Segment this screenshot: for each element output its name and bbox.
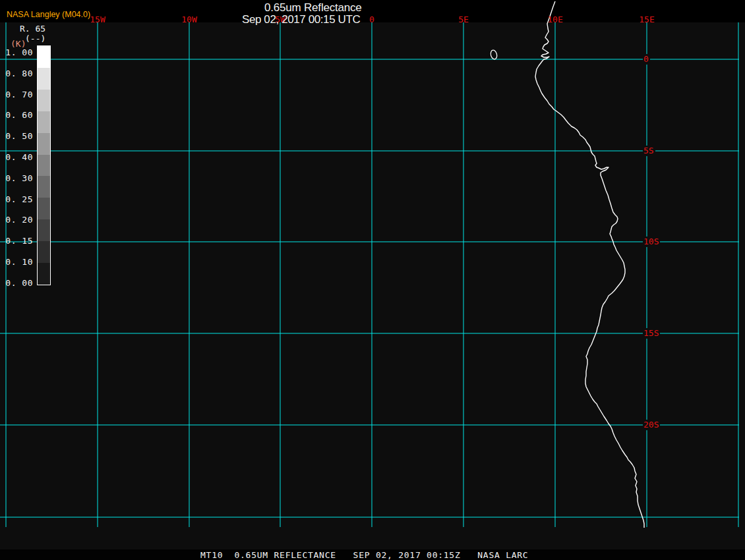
footer-bar: MT10 0.65UM REFLECTANCE SEP 02, 2017 00:… [0, 549, 745, 560]
colorbar-segment [38, 263, 50, 285]
longitude-label-10E: 10E [547, 14, 562, 24]
longitude-label-10W: 10W [181, 14, 196, 24]
footer-status-text: MT10 0.65UM REFLECTANCE SEP 02, 2017 00:… [200, 550, 528, 560]
colorbar-tick-label: 0. 15 [4, 236, 33, 246]
colorbar-segment [38, 90, 50, 111]
latlon-grid-and-coastline-svg [0, 0, 745, 560]
colorbar-name-label: R. 65 [20, 24, 45, 34]
colorbar-tick-label: 0. 00 [4, 277, 33, 287]
colorbar-tick-label: 0. 80 [4, 68, 33, 78]
longitude-label-15W: 15W [90, 14, 105, 24]
colorbar-tick-label: 0. 20 [4, 215, 33, 225]
colorbar-tick-label: 1. 00 [4, 47, 33, 57]
colorbar-segment [38, 155, 50, 177]
colorbar-segment [38, 219, 50, 241]
colorbar-tick-label: 0. 30 [4, 173, 33, 182]
colorbar-units-label: (--) [25, 34, 45, 43]
longitude-label-15E: 15E [639, 14, 654, 24]
colorbar-segment [38, 46, 50, 68]
latitude-label-20S: 20S [643, 420, 660, 430]
longitude-label-5E: 5E [458, 14, 469, 24]
latitude-label-0: 0 [643, 54, 650, 65]
colorbar-tick-label: 0. 60 [4, 110, 33, 120]
timestamp-subtitle: Sep 02, 2017 00:15 UTC [242, 13, 360, 26]
colorbar-tick-label: 0. 50 [4, 131, 33, 141]
colorbar-segment [38, 68, 50, 90]
latitude-label-10S: 10S [643, 237, 660, 247]
source-label: NASA Langley (M04.0) [7, 10, 90, 19]
colorbar-segment [38, 111, 50, 133]
longitude-label-0: 0 [369, 14, 374, 24]
colorbar-segment [38, 198, 50, 219]
latitude-label-15S: 15S [643, 328, 660, 339]
colorbar-tick-label: 0. 25 [4, 194, 33, 204]
satellite-image-viewer: NASA Langley (M04.0) 0.65um Reflectance … [0, 0, 745, 560]
grayscale-colorbar [37, 45, 51, 285]
colorbar-tick-label: 0. 40 [4, 152, 33, 162]
latitude-label-5S: 5S [643, 146, 655, 156]
colorbar-tick-label: 0. 10 [4, 257, 33, 267]
colorbar-segment [38, 176, 50, 198]
island-outline [490, 49, 498, 60]
map-region [0, 22, 745, 549]
coastline-path [535, 1, 644, 528]
colorbar-tick-label: 0. 70 [4, 89, 33, 99]
colorbar-segment [38, 133, 50, 155]
colorbar-segment [38, 241, 50, 263]
page-title: 0.65um Reflectance [264, 1, 362, 14]
